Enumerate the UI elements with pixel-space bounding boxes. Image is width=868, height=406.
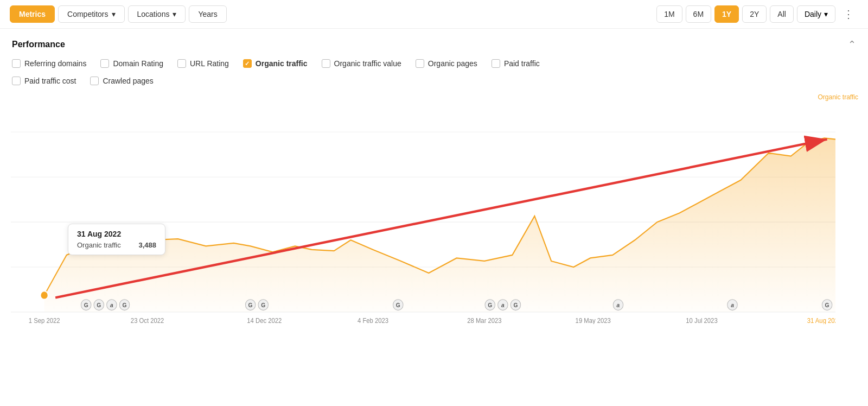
- metric-domain-rating[interactable]: Domain Rating: [100, 59, 163, 68]
- time-1m[interactable]: 1M: [656, 5, 682, 23]
- metrics-row-1: Referring domains Domain Rating URL Rati…: [12, 59, 856, 73]
- time-6m[interactable]: 6M: [686, 5, 711, 23]
- checkbox-crawled-pages[interactable]: [90, 77, 99, 85]
- chart-area: Organic traffic 12K 9K 6K 3K 0: [0, 96, 868, 324]
- svg-text:G: G: [84, 302, 88, 308]
- svg-text:23 Oct 2022: 23 Oct 2022: [131, 316, 164, 323]
- metric-organic-pages[interactable]: Organic pages: [416, 59, 477, 68]
- svg-text:G: G: [396, 302, 400, 308]
- metric-label-url-rating: URL Rating: [190, 59, 229, 68]
- chevron-down-icon: ▾: [824, 10, 828, 18]
- checkbox-organic-pages[interactable]: [416, 59, 424, 68]
- checkbox-organic-traffic-value[interactable]: [322, 59, 330, 68]
- checkbox-referring-domains[interactable]: [12, 59, 21, 68]
- svg-text:a: a: [501, 302, 505, 308]
- svg-text:a: a: [617, 302, 620, 308]
- time-all[interactable]: All: [770, 5, 794, 23]
- tab-competitors[interactable]: Competitors ▾: [58, 5, 124, 23]
- tab-metrics[interactable]: Metrics: [10, 5, 55, 23]
- svg-text:10 Jul 2023: 10 Jul 2023: [686, 316, 717, 323]
- metric-label-organic-pages: Organic pages: [428, 59, 477, 68]
- metrics-row-2: Paid traffic cost Crawled pages: [12, 77, 856, 91]
- checkbox-organic-traffic[interactable]: [243, 59, 252, 68]
- svg-text:G: G: [97, 302, 101, 308]
- granularity-selector[interactable]: Daily ▾: [797, 5, 835, 23]
- chevron-down-icon: ▾: [112, 10, 116, 18]
- svg-text:G: G: [123, 302, 127, 308]
- svg-text:4 Feb 2023: 4 Feb 2023: [358, 316, 388, 323]
- metric-label-organic-traffic: Organic traffic: [256, 59, 308, 68]
- performance-title: Performance: [12, 40, 65, 49]
- time-period-group: 1M 6M 1Y 2Y All Daily ▾ ⋮: [656, 5, 858, 23]
- svg-text:14 Dec 2022: 14 Dec 2022: [247, 316, 282, 323]
- checkbox-paid-traffic-cost[interactable]: [12, 77, 21, 85]
- tab-locations[interactable]: Locations ▾: [128, 5, 186, 23]
- svg-point-12: [40, 291, 48, 299]
- svg-text:31 Aug 2023: 31 Aug 2023: [807, 316, 835, 323]
- performance-header: Performance ⌃: [12, 39, 856, 50]
- checkbox-url-rating[interactable]: [177, 59, 186, 68]
- svg-text:G: G: [513, 302, 518, 308]
- collapse-button[interactable]: ⌃: [848, 39, 856, 50]
- top-bar: Metrics Competitors ▾ Locations ▾ Years …: [0, 0, 868, 29]
- metric-url-rating[interactable]: URL Rating: [177, 59, 229, 68]
- more-options-button[interactable]: ⋮: [839, 5, 858, 23]
- svg-text:a: a: [731, 302, 734, 308]
- svg-text:1 Sep 2022: 1 Sep 2022: [29, 316, 60, 323]
- svg-text:G: G: [261, 302, 265, 308]
- metric-referring-domains[interactable]: Referring domains: [12, 59, 86, 68]
- metric-label-organic-traffic-value: Organic traffic value: [334, 59, 401, 68]
- checkbox-paid-traffic[interactable]: [492, 59, 500, 68]
- metric-organic-traffic-value[interactable]: Organic traffic value: [322, 59, 401, 68]
- chevron-down-icon: ▾: [173, 10, 176, 18]
- metric-label-paid-traffic: Paid traffic: [504, 59, 540, 68]
- metric-paid-traffic[interactable]: Paid traffic: [492, 59, 540, 68]
- svg-text:28 Mar 2023: 28 Mar 2023: [467, 316, 501, 323]
- chart-svg: 12K 9K 6K 3K 0 1 Sep 2022 23 Oct 2022 14…: [11, 96, 835, 324]
- time-2y[interactable]: 2Y: [742, 5, 767, 23]
- tab-group: Metrics Competitors ▾ Locations ▾ Years: [10, 5, 227, 23]
- chart-container: 12K 9K 6K 3K 0 1 Sep 2022 23 Oct 2022 14…: [11, 96, 835, 324]
- svg-text:G: G: [488, 302, 492, 308]
- metric-crawled-pages[interactable]: Crawled pages: [90, 77, 153, 85]
- metric-label-domain-rating: Domain Rating: [113, 59, 163, 68]
- svg-text:G: G: [248, 302, 253, 308]
- tab-years[interactable]: Years: [189, 5, 226, 23]
- svg-text:19 May 2023: 19 May 2023: [576, 316, 611, 323]
- svg-text:a: a: [110, 302, 113, 308]
- metric-label-referring-domains: Referring domains: [24, 59, 86, 68]
- metric-paid-traffic-cost[interactable]: Paid traffic cost: [12, 77, 76, 85]
- time-1y[interactable]: 1Y: [714, 5, 739, 23]
- svg-text:G: G: [825, 302, 829, 308]
- metric-label-crawled-pages: Crawled pages: [103, 77, 153, 85]
- checkbox-domain-rating[interactable]: [100, 59, 109, 68]
- metric-organic-traffic[interactable]: Organic traffic: [243, 59, 308, 68]
- performance-section: Performance ⌃ Referring domains Domain R…: [0, 29, 868, 91]
- metric-label-paid-traffic-cost: Paid traffic cost: [24, 77, 76, 85]
